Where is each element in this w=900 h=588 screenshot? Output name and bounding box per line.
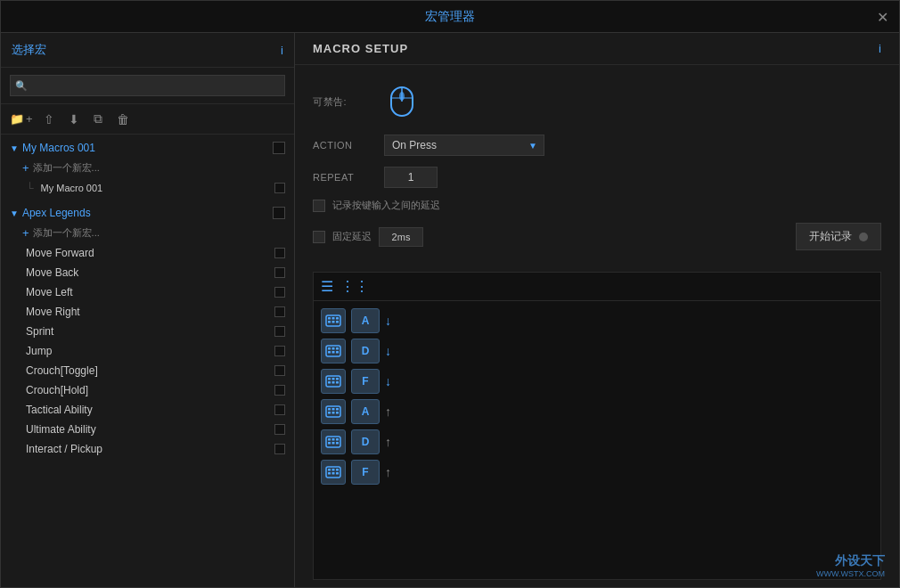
macro-item-move-forward[interactable]: Move Forward [1, 243, 294, 263]
record-button[interactable]: 开始记录 [796, 223, 881, 250]
checkbox-record-delay[interactable] [313, 200, 325, 212]
macro-checkbox-ultimate-ability[interactable] [274, 424, 285, 435]
macro-item-interact-pickup[interactable]: Interact / Pickup [1, 439, 294, 459]
app-window: 宏管理器 ✕ 选择宏 i 🔍 📁 + ⇧ ⬇ ⧉ [0, 0, 900, 588]
macro-item-crouch-toggle[interactable]: Crouch[Toggle] [1, 361, 294, 380]
main-content: 选择宏 i 🔍 📁 + ⇧ ⬇ ⧉ 🗑 [1, 33, 899, 587]
macro-name-my-macro-001: My Macro 001 [41, 183, 271, 193]
checkbox-fixed-delay[interactable] [313, 231, 325, 243]
panel-info-icon[interactable]: i [281, 44, 283, 57]
svg-rect-7 [336, 317, 339, 320]
keyboard-icon-2 [321, 339, 346, 363]
macro-checkbox-move-right[interactable] [274, 306, 285, 317]
macro-checkbox-move-forward[interactable] [274, 248, 285, 258]
keyboard-icon-5 [321, 429, 346, 454]
assignable-label: 可禁告: [313, 95, 375, 109]
group-apex-legends: ▼ Apex Legends [1, 203, 294, 223]
delete-button[interactable]: 🗑 [113, 110, 133, 128]
title-bar: 宏管理器 ✕ [1, 1, 899, 33]
macro-checkbox-my-macro-001[interactable] [274, 183, 285, 193]
svg-rect-45 [336, 472, 339, 475]
group-arrow-my-macros[interactable]: ▼ [10, 143, 19, 153]
mouse-icon [388, 82, 416, 121]
seq-item-6: F ↑ [321, 460, 873, 485]
svg-rect-40 [328, 469, 331, 471]
macro-item-tactical-ability[interactable]: Tactical Ability [1, 400, 294, 420]
keyboard-icon-4 [321, 399, 346, 424]
svg-rect-23 [332, 381, 335, 384]
window-title: 宏管理器 [425, 9, 475, 25]
group-name-apex: Apex Legends [22, 207, 269, 219]
setup-content: 可禁告: ACTION On Pr [295, 65, 899, 265]
panel-title: 选择宏 [12, 42, 46, 58]
copy-button[interactable]: ⧉ [90, 110, 106, 128]
macro-checkbox-jump[interactable] [274, 346, 285, 356]
seq-key-D-up: D [351, 429, 380, 454]
share-button[interactable]: ⇧ [40, 110, 58, 128]
repeat-row: REPEAT [313, 167, 881, 188]
svg-rect-5 [328, 317, 331, 320]
add-new-label: 添加一个新宏... [33, 161, 100, 175]
seq-list-view-button[interactable]: ☰ [321, 278, 333, 295]
svg-rect-43 [328, 472, 331, 475]
action-label: ACTION [313, 140, 375, 151]
action-dropdown[interactable]: On Press On Release Toggle [384, 135, 544, 156]
group-checkbox-my-macros[interactable] [273, 142, 285, 154]
mouse-icon-area [384, 79, 420, 124]
seq-item-2: D ↓ [321, 339, 873, 363]
svg-point-2 [399, 92, 405, 101]
seq-key-D-down: D [351, 339, 380, 363]
macro-checkbox-move-left[interactable] [274, 287, 285, 298]
repeat-input[interactable] [384, 167, 438, 188]
macro-checkbox-sprint[interactable] [274, 326, 285, 337]
macro-item-jump[interactable]: Jump [1, 341, 294, 361]
folder-icon: 📁 [10, 112, 24, 126]
svg-rect-28 [336, 408, 339, 411]
watermark-line1: 外设天下 [816, 553, 885, 569]
macro-name-move-left: Move Left [26, 286, 271, 298]
macro-checkbox-crouch-toggle[interactable] [274, 365, 285, 376]
macro-checkbox-interact-pickup[interactable] [274, 444, 285, 454]
seq-item-5: D ↑ [321, 429, 873, 454]
macro-item-crouch-hold[interactable]: Crouch[Hold] [1, 380, 294, 400]
macro-checkbox-crouch-hold[interactable] [274, 385, 285, 396]
macro-name-tactical-ability: Tactical Ability [26, 404, 271, 416]
search-input[interactable] [10, 75, 285, 96]
macro-item-ultimate-ability[interactable]: Ultimate Ability [1, 420, 294, 439]
create-folder-button[interactable]: 📁 + [10, 112, 33, 126]
download-button[interactable]: ⬇ [65, 110, 83, 128]
add-new-my-macros[interactable]: + 添加一个新宏... [1, 158, 294, 178]
add-new-apex[interactable]: + 添加一个新宏... [1, 223, 294, 243]
right-panel-info-icon[interactable]: i [879, 42, 881, 55]
macro-checkbox-move-back[interactable] [274, 267, 285, 278]
macro-item-move-right[interactable]: Move Right [1, 302, 294, 322]
checkbox-fixed-delay-label: 固定延迟 [332, 230, 372, 243]
macro-item-move-left[interactable]: Move Left [1, 282, 294, 302]
macro-item-sprint[interactable]: Sprint [1, 322, 294, 341]
add-plus-icon: + [22, 161, 29, 175]
group-arrow-apex[interactable]: ▼ [10, 208, 19, 218]
macro-setup-title: MACRO SETUP [313, 42, 408, 55]
macro-name-crouch-toggle: Crouch[Toggle] [26, 364, 271, 377]
svg-rect-15 [328, 351, 331, 354]
seq-key-A-up: A [351, 399, 380, 424]
macro-list: ▼ My Macros 001 + 添加一个新宏... └ My Macro 0… [1, 135, 294, 587]
svg-rect-35 [336, 438, 339, 441]
macro-checkbox-tactical-ability[interactable] [274, 404, 285, 415]
watermark: 外设天下 WWW.WSTX.COM [816, 553, 885, 578]
group-checkbox-apex[interactable] [273, 207, 285, 219]
macro-name-crouch-hold: Crouch[Hold] [26, 384, 271, 396]
macro-name-move-right: Move Right [26, 306, 271, 318]
seq-grid-view-button[interactable]: ⋮⋮ [340, 278, 369, 295]
svg-rect-8 [328, 321, 331, 323]
svg-rect-13 [332, 347, 335, 350]
delay-input[interactable] [379, 227, 423, 247]
close-button[interactable]: ✕ [877, 8, 888, 25]
seq-arrow-up-4: ↑ [385, 404, 391, 419]
macro-name-interact-pickup: Interact / Pickup [26, 443, 271, 455]
svg-rect-38 [336, 442, 339, 445]
macro-item-move-back[interactable]: Move Back [1, 263, 294, 282]
watermark-line2: WWW.WSTX.COM [816, 569, 885, 578]
macro-item-my-macro-001[interactable]: └ My Macro 001 [1, 178, 294, 198]
search-wrapper: 🔍 [10, 75, 285, 96]
